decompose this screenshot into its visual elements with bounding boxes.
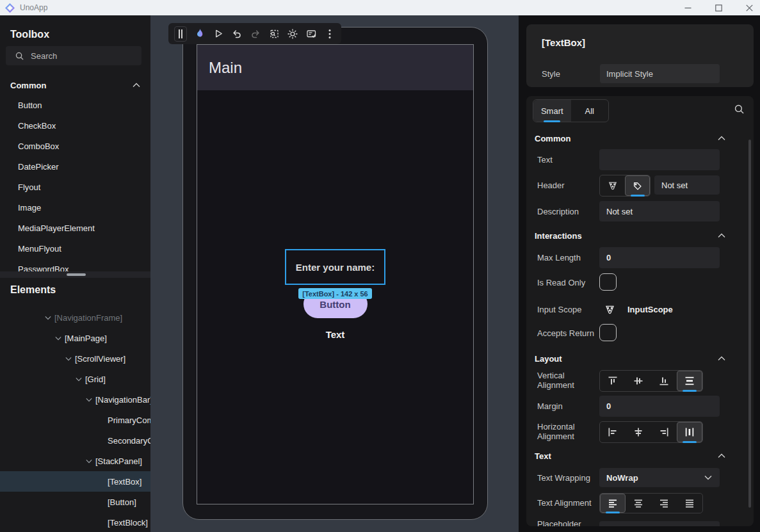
tree-item-navigationframe[interactable]: [NavigationFrame] [0, 307, 150, 328]
tree-item-grid[interactable]: [Grid] [0, 369, 150, 389]
tree-item-secondarycommands[interactable]: SecondaryCommands [0, 430, 150, 451]
design-textblock[interactable]: Text [326, 329, 345, 340]
toolbox-item-image[interactable]: Image [0, 197, 150, 218]
chevron-up-icon[interactable] [718, 356, 725, 361]
chevron-up-icon[interactable] [718, 136, 725, 141]
margin-input[interactable]: 0 [599, 396, 720, 417]
chevron-down-icon[interactable] [86, 398, 92, 402]
design-stackpanel: Enter your name: [TextBox] - 142 x 56 Bu… [197, 249, 473, 340]
placeholder-label: Placeholder [537, 517, 581, 526]
tab-smart[interactable]: Smart [533, 100, 571, 122]
toolbox-list: Button CheckBox ComboBox DatePicker Flyo… [0, 95, 150, 279]
elements-title: Elements [10, 284, 56, 296]
page-title: Main [209, 59, 242, 77]
flame-icon[interactable] [194, 28, 206, 40]
header-binding-toggle[interactable] [600, 175, 625, 196]
input-scope-value[interactable]: InputScope [627, 300, 673, 319]
toolbox-item-mediaplayerelement[interactable]: MediaPlayerElement [0, 218, 150, 238]
window-titlebar: UnoApp [0, 0, 760, 15]
tree-item-navigationbar[interactable]: [NavigationBar] [0, 389, 150, 410]
text-align-justify-icon[interactable] [677, 494, 702, 513]
elements-tree: [NavigationFrame] [MainPage] [ScrollView… [0, 307, 150, 532]
active-toggle-indicator [683, 441, 697, 443]
device-screen: Main Enter your name: [TextBox] - 142 x … [197, 44, 474, 504]
chevron-down-icon[interactable] [55, 336, 61, 341]
toolbox-item-button[interactable]: Button [0, 95, 150, 115]
tree-item-textblock[interactable]: [TextBlock] [0, 512, 150, 532]
v-align-stretch-icon[interactable] [677, 371, 702, 391]
active-toggle-indicator [683, 390, 697, 392]
chevron-down-icon[interactable] [65, 357, 72, 361]
v-align-top-icon[interactable] [600, 371, 626, 391]
toolbox-item-datepicker[interactable]: DatePicker [0, 156, 150, 177]
toolbox-item-combobox[interactable]: ComboBox [0, 136, 150, 156]
redo-icon[interactable] [250, 28, 261, 40]
toolbox-item-menuflyout[interactable]: MenuFlyout [0, 238, 150, 259]
header-field[interactable]: Not set [654, 175, 720, 195]
tree-item-textbox-selected[interactable]: [TextBox] [0, 471, 150, 492]
description-field[interactable]: Not set [599, 201, 720, 222]
play-icon[interactable] [213, 28, 224, 40]
chevron-down-icon[interactable] [76, 377, 82, 382]
element-picker-icon[interactable] [268, 28, 280, 40]
selection-size-badge: [TextBox] - 142 x 56 [298, 288, 372, 299]
brightness-icon[interactable] [287, 28, 298, 40]
h-align-right-icon[interactable] [651, 422, 677, 442]
toolbox-group-common[interactable]: Common [10, 79, 140, 92]
properties-search-icon[interactable] [734, 104, 745, 115]
text-align-right-icon[interactable] [651, 494, 677, 513]
section-common: Common [535, 133, 740, 144]
is-read-only-checkbox[interactable] [599, 273, 617, 291]
device-frame: Main Enter your name: [TextBox] - 142 x … [182, 27, 488, 520]
text-align-center-icon[interactable] [626, 494, 651, 513]
placeholder-input[interactable] [599, 521, 720, 526]
max-length-input[interactable]: 0 [599, 247, 720, 268]
h-align-center-icon[interactable] [626, 422, 651, 442]
properties-panel-title: [TextBox] [542, 37, 585, 48]
toolbox-item-checkbox[interactable]: CheckBox [0, 115, 150, 136]
style-field[interactable]: Implicit Style [600, 64, 720, 83]
horizontal-alignment-toggle [599, 421, 703, 443]
search-icon [15, 51, 24, 61]
app-window: UnoApp Toolbox Search Common Bu [0, 0, 760, 532]
v-align-bottom-icon[interactable] [651, 371, 677, 391]
chevron-up-icon[interactable] [718, 233, 725, 238]
window-title: UnoApp [20, 3, 47, 12]
drag-handle-icon[interactable] [174, 26, 187, 42]
minimize-button[interactable] [681, 1, 695, 14]
tree-item-button[interactable]: [Button] [0, 492, 150, 512]
v-align-center-icon[interactable] [626, 371, 651, 391]
chevron-down-icon[interactable] [86, 459, 92, 463]
text-input[interactable] [599, 149, 720, 170]
vertical-alignment-label: Vertical Alignment [537, 370, 583, 391]
tree-item-primarycommands[interactable]: PrimaryCommands [0, 410, 150, 430]
accepts-return-checkbox[interactable] [599, 324, 617, 341]
toolbox-item-flyout[interactable]: Flyout [0, 177, 150, 197]
h-align-left-icon[interactable] [600, 422, 626, 442]
text-wrapping-dropdown[interactable]: NoWrap [599, 468, 720, 487]
tab-all[interactable]: All [571, 100, 609, 122]
properties-tabs: Smart All [533, 99, 609, 122]
toolbox-search-input[interactable]: Search [6, 46, 141, 65]
chevron-up-icon[interactable] [718, 453, 725, 458]
properties-scrollbar[interactable] [748, 140, 751, 508]
header-literal-toggle[interactable] [625, 175, 650, 196]
panel-splitter[interactable] [0, 271, 150, 278]
horizontal-alignment-label: Horizontal Alignment [537, 421, 583, 442]
maximize-button[interactable] [711, 1, 725, 14]
text-align-left-icon[interactable] [600, 494, 626, 513]
h-align-stretch-icon[interactable] [677, 422, 702, 442]
tree-item-scrollviewer[interactable]: [ScrollViewer] [0, 348, 150, 369]
kebab-menu-icon[interactable] [324, 28, 336, 40]
design-textbox-selected[interactable]: Enter your name: [285, 249, 385, 285]
close-button[interactable] [742, 1, 756, 14]
properties-panel: [TextBox] Style Implicit Style Smart All… [519, 15, 760, 532]
form-validation-icon[interactable] [305, 28, 317, 40]
chevron-down-icon[interactable] [45, 316, 51, 320]
tree-item-mainpage[interactable]: [MainPage] [0, 328, 150, 348]
header-label: Header [537, 175, 565, 195]
tree-item-stackpanel[interactable]: [StackPanel] [0, 451, 150, 471]
splitter-grip[interactable] [67, 273, 86, 276]
binding-icon[interactable] [604, 304, 615, 315]
undo-icon[interactable] [231, 28, 243, 40]
